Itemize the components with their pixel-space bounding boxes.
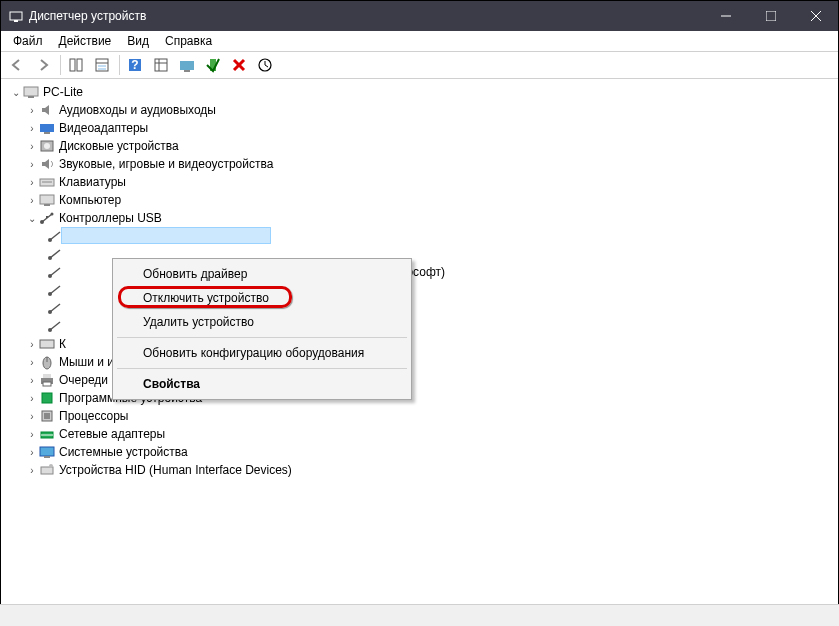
node-label: PC-Lite bbox=[43, 85, 83, 99]
expander-icon[interactable]: › bbox=[25, 105, 39, 116]
tree-hid[interactable]: › Устройства HID (Human Interface Device… bbox=[1, 461, 838, 479]
svg-text:?: ? bbox=[131, 58, 138, 72]
expander-icon[interactable]: › bbox=[25, 195, 39, 206]
expander-icon[interactable]: › bbox=[25, 357, 39, 368]
ctx-scan-hardware[interactable]: Обновить конфигурацию оборудования bbox=[115, 341, 409, 365]
minimize-button[interactable] bbox=[703, 1, 748, 31]
tree-usb[interactable]: ⌄ Контроллеры USB bbox=[1, 209, 838, 227]
scan-button[interactable] bbox=[149, 53, 173, 77]
monitor-icon bbox=[39, 336, 55, 352]
tree-net[interactable]: › Сетевые адаптеры bbox=[1, 425, 838, 443]
svg-rect-18 bbox=[184, 70, 190, 72]
usb-controller-icon bbox=[47, 264, 63, 280]
svg-rect-35 bbox=[46, 216, 48, 218]
ctx-update-driver[interactable]: Обновить драйвер bbox=[115, 262, 409, 286]
node-label: Контроллеры USB bbox=[59, 211, 162, 225]
menu-help[interactable]: Справка bbox=[159, 32, 218, 50]
tree-sound[interactable]: › Звуковые, игровые и видеоустройства bbox=[1, 155, 838, 173]
svg-rect-48 bbox=[42, 393, 52, 403]
node-label: К bbox=[59, 337, 66, 351]
printer-icon bbox=[39, 372, 55, 388]
ctx-remove-device[interactable]: Удалить устройство bbox=[115, 310, 409, 334]
ctx-properties[interactable]: Свойства bbox=[115, 372, 409, 396]
svg-point-34 bbox=[51, 213, 54, 216]
disk-icon bbox=[39, 138, 55, 154]
menubar: Файл Действие Вид Справка bbox=[1, 31, 838, 51]
tree-keyboard[interactable]: › Клавиатуры bbox=[1, 173, 838, 191]
expander-icon[interactable]: › bbox=[25, 177, 39, 188]
display-adapter-icon bbox=[39, 120, 55, 136]
svg-rect-1 bbox=[14, 20, 18, 22]
usb-icon bbox=[39, 210, 55, 226]
tree-root[interactable]: ⌄ PC-Lite bbox=[1, 83, 838, 101]
uninstall-button[interactable] bbox=[227, 53, 251, 77]
svg-rect-14 bbox=[155, 59, 167, 71]
svg-rect-7 bbox=[77, 59, 82, 71]
ctx-disable-device[interactable]: Отключить устройство bbox=[115, 286, 409, 310]
tree-system[interactable]: › Системные устройства bbox=[1, 443, 838, 461]
help-button[interactable]: ? bbox=[123, 53, 147, 77]
node-label: Дисковые устройства bbox=[59, 139, 179, 153]
tree-video[interactable]: › Видеоадаптеры bbox=[1, 119, 838, 137]
svg-rect-6 bbox=[70, 59, 75, 71]
properties-button[interactable] bbox=[90, 53, 114, 77]
maximize-button[interactable] bbox=[748, 1, 793, 31]
node-label: Видеоадаптеры bbox=[59, 121, 148, 135]
node-label: Устройства HID (Human Interface Devices) bbox=[59, 463, 292, 477]
node-label: Аудиовходы и аудиовыходы bbox=[59, 103, 216, 117]
node-label: Системные устройства bbox=[59, 445, 188, 459]
show-hide-tree-button[interactable] bbox=[64, 53, 88, 77]
network-icon bbox=[39, 426, 55, 442]
audio-icon bbox=[39, 102, 55, 118]
svg-rect-26 bbox=[44, 132, 50, 134]
svg-rect-50 bbox=[44, 413, 50, 419]
tree-cpu[interactable]: › Процессоры bbox=[1, 407, 838, 425]
svg-rect-42 bbox=[40, 340, 54, 348]
expander-icon[interactable]: › bbox=[25, 447, 39, 458]
svg-rect-17 bbox=[180, 61, 194, 70]
update-driver-button[interactable] bbox=[175, 53, 199, 77]
expander-icon[interactable]: › bbox=[25, 159, 39, 170]
back-button[interactable] bbox=[5, 53, 29, 77]
expander-icon[interactable]: › bbox=[25, 375, 39, 386]
tree-audio[interactable]: › Аудиовходы и аудиовыходы bbox=[1, 101, 838, 119]
svg-rect-53 bbox=[40, 447, 54, 456]
close-button[interactable] bbox=[793, 1, 838, 31]
expander-icon[interactable]: › bbox=[25, 393, 39, 404]
pc-icon bbox=[39, 192, 55, 208]
node-label: Звуковые, игровые и видеоустройства bbox=[59, 157, 273, 171]
svg-rect-31 bbox=[40, 195, 54, 204]
menu-action[interactable]: Действие bbox=[53, 32, 118, 50]
svg-point-56 bbox=[49, 464, 53, 468]
svg-rect-0 bbox=[10, 12, 22, 20]
mouse-icon bbox=[39, 354, 55, 370]
forward-button[interactable] bbox=[31, 53, 55, 77]
menu-view[interactable]: Вид bbox=[121, 32, 155, 50]
svg-rect-54 bbox=[44, 456, 50, 458]
node-label: Клавиатуры bbox=[59, 175, 126, 189]
expander-icon[interactable]: › bbox=[25, 465, 39, 476]
expander-icon[interactable]: › bbox=[25, 339, 39, 350]
expander-icon[interactable]: ⌄ bbox=[9, 87, 23, 98]
expander-icon[interactable]: › bbox=[25, 429, 39, 440]
statusbar bbox=[0, 604, 839, 626]
expander-icon[interactable]: ⌄ bbox=[25, 213, 39, 224]
usb-controller-icon bbox=[47, 318, 63, 334]
tree-disk[interactable]: › Дисковые устройства bbox=[1, 137, 838, 155]
expander-icon[interactable]: › bbox=[25, 123, 39, 134]
refresh-button[interactable] bbox=[253, 53, 277, 77]
enable-button[interactable] bbox=[201, 53, 225, 77]
usb-controller-icon bbox=[47, 282, 63, 298]
expander-icon[interactable]: › bbox=[25, 411, 39, 422]
usb-controller-icon bbox=[47, 300, 63, 316]
usb-controller-icon bbox=[47, 246, 63, 262]
expander-icon[interactable]: › bbox=[25, 141, 39, 152]
menu-file[interactable]: Файл bbox=[7, 32, 49, 50]
context-menu: Обновить драйвер Отключить устройство Уд… bbox=[112, 258, 412, 400]
window-title: Диспетчер устройств bbox=[29, 9, 703, 23]
svg-rect-3 bbox=[766, 11, 776, 21]
cpu-icon bbox=[39, 408, 55, 424]
tree-usb-child-selected[interactable] bbox=[1, 227, 838, 245]
svg-rect-23 bbox=[24, 87, 38, 96]
tree-computer[interactable]: › Компьютер bbox=[1, 191, 838, 209]
